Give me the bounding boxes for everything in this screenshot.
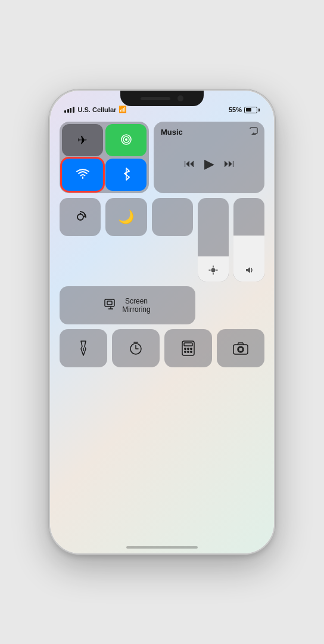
battery-tip [258,109,260,112]
svg-rect-9 [105,299,114,306]
volume-up-button[interactable] [49,216,49,252]
row-bottom-buttons [60,329,264,367]
camera-button[interactable] [217,329,264,367]
speaker [141,97,170,100]
signal-bars [64,107,74,113]
notch [120,91,204,106]
calculator-button[interactable] [164,329,212,367]
control-center: ✈ [50,117,274,543]
brightness-slider[interactable] [198,198,229,281]
svg-point-23 [239,348,243,352]
wifi-icon [76,169,89,181]
svg-point-18 [185,351,186,352]
volume-down-button[interactable] [49,259,49,295]
extra-button[interactable] [152,198,193,236]
svg-point-3 [77,214,83,220]
airplane-mode-button[interactable]: ✈ [62,124,103,156]
row-connectivity-music: ✈ [60,122,264,193]
home-indicator[interactable] [126,546,198,549]
screen-mirroring-icon [104,299,117,312]
svg-point-16 [188,348,189,349]
screen-mirroring-label: ScreenMirroring [122,297,150,314]
signal-bar-1 [64,110,66,113]
battery-body [244,107,257,113]
music-controls: ⏮ ▶ ⏭ [161,139,257,188]
music-block[interactable]: Music ⏮ ▶ ⏭ [154,122,264,193]
svg-point-20 [191,351,192,352]
orientation-lock-button[interactable] [60,198,101,236]
bluetooth-icon [122,168,130,182]
fast-forward-button[interactable]: ⏭ [224,157,235,170]
svg-rect-10 [107,301,112,305]
connectivity-block: ✈ [60,122,149,193]
battery-fill [246,108,251,112]
volume-slider[interactable] [233,198,264,281]
row-small-buttons: 🌙 [60,198,264,281]
svg-point-17 [191,348,192,349]
phone-frame: U.S. Cellular 📶 55% [49,89,275,555]
play-button[interactable]: ▶ [204,156,214,172]
battery-indicator [244,107,260,113]
screen: U.S. Cellular 📶 55% [50,91,274,553]
timer-button[interactable] [112,329,160,367]
battery-percent: 55% [229,106,242,113]
volume-icon [244,265,254,277]
music-title: Music [161,128,257,137]
cellular-icon [120,133,133,148]
power-button[interactable] [275,216,275,264]
svg-rect-14 [184,343,192,346]
cellular-data-button[interactable] [105,124,147,156]
signal-bar-2 [67,109,69,113]
flashlight-button[interactable] [60,329,107,367]
airplay-icon[interactable] [249,126,258,138]
wifi-button[interactable] [62,159,103,191]
svg-point-4 [211,268,215,273]
signal-bar-4 [73,107,74,113]
status-right: 55% [229,106,260,113]
status-left: U.S. Cellular 📶 [64,106,127,113]
do-not-disturb-button[interactable]: 🌙 [105,198,147,236]
signal-bar-3 [70,108,71,113]
svg-point-15 [185,348,186,349]
screen-mirroring-button[interactable]: ScreenMirroring [60,286,195,324]
row-screen-mirroring: ScreenMirroring [60,286,195,324]
svg-point-19 [188,351,189,352]
rewind-button[interactable]: ⏮ [184,157,195,170]
svg-point-2 [125,138,127,141]
airplane-icon: ✈ [77,134,88,146]
wifi-status-icon: 📶 [119,106,127,113]
bluetooth-button[interactable] [105,159,147,191]
front-camera [177,95,183,101]
moon-icon: 🌙 [118,209,134,225]
carrier-name: U.S. Cellular [78,106,117,113]
sliders-area [198,198,264,281]
brightness-icon [208,265,218,277]
